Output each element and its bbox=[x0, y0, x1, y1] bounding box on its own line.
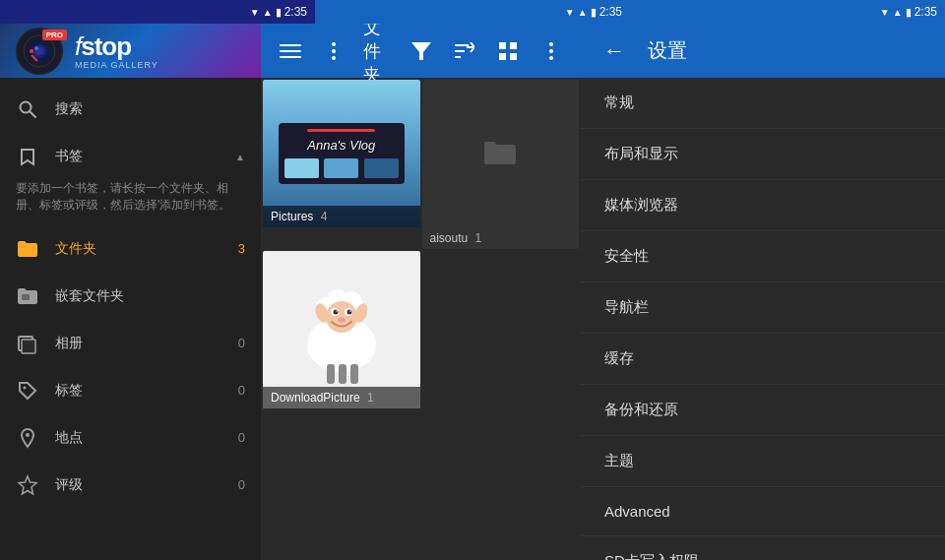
rating-count: 0 bbox=[229, 477, 245, 492]
star-icon bbox=[16, 473, 39, 497]
nested-label: 嵌套文件夹 bbox=[55, 287, 245, 305]
svg-point-41 bbox=[333, 310, 338, 315]
settings-item-general[interactable]: 常规 bbox=[581, 78, 945, 129]
tag-icon bbox=[16, 379, 39, 403]
status-bar: ▼ ▲ ▮ 2:35 ▼ ▲ ▮ 2:35 ▼ ▲ ▮ 2:35 bbox=[0, 0, 945, 24]
svg-point-17 bbox=[332, 42, 336, 46]
svg-rect-15 bbox=[280, 50, 301, 52]
pro-badge: PRO bbox=[42, 30, 67, 40]
settings-list: 常规 布局和显示 媒体浏览器 安全性 导航栏 缓存 备份和还原 主题 bbox=[581, 78, 945, 560]
file-toolbar: 文件夹 bbox=[261, 24, 581, 78]
settings-panel: ← 设置 常规 布局和显示 媒体浏览器 安全性 导航栏 缓存 bbox=[581, 24, 945, 560]
sort-button[interactable] bbox=[447, 33, 482, 69]
location-icon bbox=[16, 426, 39, 450]
settings-item-sdcard[interactable]: SD卡写入权限 设置写入SD卡的权限。 bbox=[581, 536, 945, 560]
settings-item-navigation[interactable]: 导航栏 bbox=[581, 282, 945, 334]
filter-button[interactable] bbox=[404, 33, 439, 69]
svg-point-38 bbox=[326, 301, 357, 333]
wifi-icon: ▼ bbox=[250, 7, 260, 18]
wifi-icon-3: ▼ bbox=[880, 7, 890, 18]
settings-media-title: 媒体浏览器 bbox=[604, 196, 921, 215]
battery-icon-3: ▮ bbox=[906, 6, 912, 19]
tag-label: 标签 bbox=[55, 382, 214, 400]
more-dots-button[interactable] bbox=[316, 33, 351, 69]
sidebar-item-search[interactable]: 搜索 bbox=[0, 86, 261, 133]
sidebar-item-nested[interactable]: 嵌套文件夹 bbox=[0, 273, 261, 320]
app-title: fstop MEDIA GALLERY bbox=[75, 32, 158, 70]
back-button[interactable]: ← bbox=[597, 33, 632, 69]
file-item-download[interactable]: DownloadPicture 1 bbox=[263, 251, 420, 408]
grid-button[interactable] bbox=[490, 33, 526, 69]
sidebar-item-rating[interactable]: 评级 0 bbox=[0, 462, 261, 509]
status-bar-sidebar: ▼ ▲ ▮ 2:35 bbox=[0, 0, 315, 24]
svg-point-31 bbox=[549, 56, 553, 60]
download-label: DownloadPicture 1 bbox=[263, 387, 420, 408]
svg-point-4 bbox=[34, 46, 38, 50]
settings-backup-title: 备份和还原 bbox=[604, 401, 921, 419]
folder-placeholder-icon bbox=[480, 134, 520, 173]
svg-line-7 bbox=[31, 112, 36, 118]
svg-point-42 bbox=[346, 310, 351, 315]
battery-icon: ▮ bbox=[276, 6, 282, 19]
pictures-thumb: Anna's Vlog Pictures 4 bbox=[263, 80, 420, 227]
settings-advanced-title: Advanced bbox=[604, 503, 921, 520]
svg-point-45 bbox=[338, 318, 346, 323]
settings-item-media[interactable]: 媒体浏览器 bbox=[581, 180, 945, 231]
svg-rect-25 bbox=[499, 42, 506, 49]
settings-cache-title: 缓存 bbox=[604, 349, 921, 368]
sidebar-item-tag[interactable]: 标签 0 bbox=[0, 367, 261, 414]
svg-point-29 bbox=[549, 42, 553, 46]
signal-icon-2: ▲ bbox=[578, 7, 588, 18]
rating-label: 评级 bbox=[55, 476, 214, 494]
settings-item-cache[interactable]: 缓存 bbox=[581, 334, 945, 385]
settings-item-backup[interactable]: 备份和还原 bbox=[581, 385, 945, 436]
settings-layout-title: 布局和显示 bbox=[604, 145, 921, 163]
svg-point-30 bbox=[549, 49, 553, 53]
status-bar-middle: ▼ ▲ ▮ 2:35 bbox=[315, 0, 630, 24]
sidebar-item-album[interactable]: 相册 0 bbox=[0, 320, 261, 367]
settings-item-layout[interactable]: 布局和显示 bbox=[581, 129, 945, 180]
album-label: 相册 bbox=[55, 335, 214, 352]
bookmark-icon bbox=[16, 145, 39, 168]
svg-point-18 bbox=[332, 49, 336, 53]
more-options-button[interactable] bbox=[534, 33, 569, 69]
bookmark-arrow: ▲ bbox=[235, 152, 245, 162]
status-time: 2:35 bbox=[284, 5, 307, 19]
status-bar-right: ▼ ▲ ▮ 2:35 bbox=[630, 0, 945, 24]
svg-point-19 bbox=[332, 56, 336, 60]
album-count: 0 bbox=[229, 336, 245, 350]
svg-rect-8 bbox=[22, 294, 30, 300]
sidebar-item-location[interactable]: 地点 0 bbox=[0, 414, 261, 462]
svg-rect-27 bbox=[499, 53, 506, 60]
hamburger-button[interactable] bbox=[273, 33, 308, 69]
search-icon bbox=[16, 97, 39, 121]
search-label: 搜索 bbox=[55, 100, 245, 118]
sheep-svg bbox=[283, 266, 401, 394]
settings-title: 设置 bbox=[648, 37, 687, 64]
settings-item-advanced[interactable]: Advanced bbox=[581, 487, 945, 536]
battery-icon-2: ▮ bbox=[591, 6, 597, 19]
file-item-aisoutu[interactable]: aisoutu 1 bbox=[422, 80, 580, 249]
status-time-2: 2:35 bbox=[599, 5, 622, 19]
svg-point-11 bbox=[24, 386, 27, 389]
status-time-3: 2:35 bbox=[914, 5, 937, 19]
svg-rect-50 bbox=[350, 364, 358, 384]
settings-item-security[interactable]: 安全性 bbox=[581, 231, 945, 282]
app-subtitle: MEDIA GALLERY bbox=[75, 60, 158, 70]
signal-icon-3: ▲ bbox=[893, 7, 903, 18]
bookmark-info-section: 要添加一个书签，请长按一个文件夹、相册、标签或评级，然后选择'添加到书签。 bbox=[0, 180, 261, 225]
sidebar-nav: 搜索 书签 ▲ 要添加一个书签，请长按一个文件夹、相册、标签或评级，然后选择'添… bbox=[0, 78, 261, 560]
location-count: 0 bbox=[229, 430, 245, 445]
sidebar-item-folder[interactable]: 文件夹 3 bbox=[0, 225, 261, 273]
cartoon-visual bbox=[263, 251, 420, 408]
settings-theme-title: 主题 bbox=[604, 452, 921, 470]
sidebar-item-bookmark[interactable]: 书签 ▲ bbox=[0, 133, 261, 180]
svg-rect-16 bbox=[280, 56, 301, 58]
file-panel-title: 文件夹 bbox=[359, 24, 396, 87]
file-panel: 文件夹 bbox=[261, 24, 581, 560]
settings-toolbar: ← 设置 bbox=[581, 24, 945, 78]
settings-item-theme[interactable]: 主题 bbox=[581, 436, 945, 487]
svg-rect-26 bbox=[510, 42, 517, 49]
album-icon bbox=[16, 332, 39, 355]
file-item-pictures[interactable]: Anna's Vlog Pictures 4 bbox=[263, 80, 420, 249]
